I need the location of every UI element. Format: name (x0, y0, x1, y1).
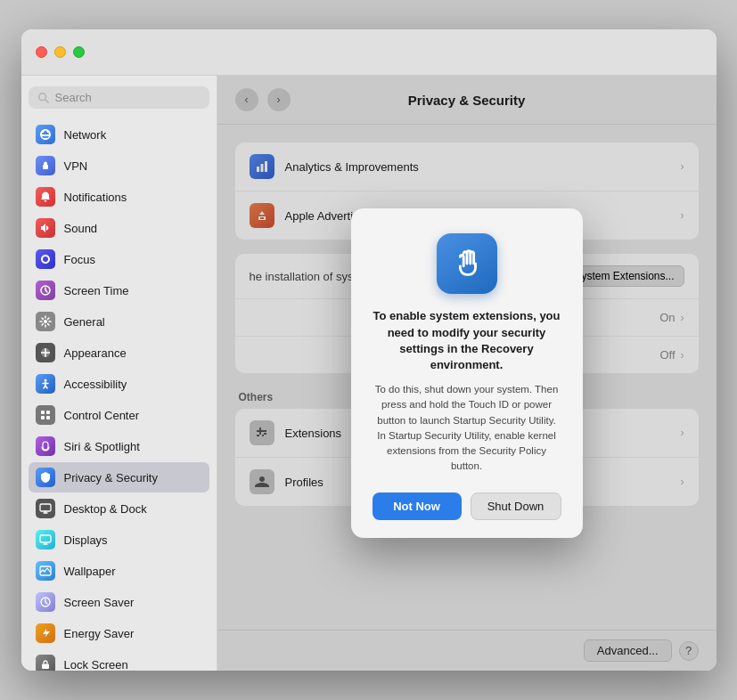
search-box[interactable]: Search (29, 86, 209, 109)
control-center-icon (36, 405, 55, 425)
notifications-icon (36, 187, 55, 207)
search-icon (37, 92, 50, 104)
energy-icon (36, 623, 55, 643)
sidebar-label-focus: Focus (64, 253, 95, 266)
svg-point-4 (44, 320, 47, 323)
lock-icon (36, 655, 55, 671)
sidebar-item-lock[interactable]: Lock Screen (29, 649, 209, 671)
sidebar-item-notifications[interactable]: Notifications (29, 182, 209, 212)
sidebar-item-screen-time[interactable]: Screen Time (29, 275, 209, 305)
sound-icon (36, 218, 55, 238)
sidebar-item-screensaver[interactable]: Screen Saver (29, 587, 209, 617)
accessibility-icon (36, 374, 55, 394)
sidebar-label-general: General (64, 315, 105, 329)
focus-icon (36, 249, 55, 269)
shut-down-button[interactable]: Shut Down (471, 492, 561, 520)
sidebar-label-energy: Energy Saver (64, 627, 135, 640)
close-button[interactable] (36, 46, 47, 58)
sidebar-label-lock: Lock Screen (64, 658, 128, 672)
sidebar-item-network[interactable]: Network (29, 119, 209, 150)
sidebar-item-siri[interactable]: Siri & Spotlight (29, 431, 209, 461)
sidebar: Search Network VPN Notifications (21, 76, 217, 671)
sidebar-item-general[interactable]: General (29, 306, 209, 337)
svg-rect-12 (40, 535, 51, 542)
sidebar-item-wallpaper[interactable]: Wallpaper (29, 556, 209, 586)
dialog-body: To do this, shut down your system. Then … (373, 382, 561, 475)
sidebar-item-energy[interactable]: Energy Saver (29, 618, 209, 648)
svg-line-1 (45, 99, 48, 102)
screensaver-icon (36, 592, 55, 612)
vpn-icon (36, 156, 55, 175)
sidebar-label-accessibility: Accessibility (64, 378, 127, 391)
screentime-icon (36, 281, 55, 300)
desktop-icon (36, 499, 55, 518)
sidebar-label-control-center: Control Center (64, 409, 140, 422)
not-now-button[interactable]: Not Now (373, 492, 462, 520)
sidebar-label-appearance: Appearance (64, 346, 127, 360)
sidebar-label-privacy: Privacy & Security (64, 471, 158, 484)
sidebar-label-displays: Displays (64, 533, 108, 547)
minimize-button[interactable] (54, 46, 66, 58)
sidebar-item-appearance[interactable]: Appearance (29, 338, 209, 368)
sidebar-item-sound[interactable]: Sound (29, 213, 209, 243)
dialog-title: To enable system extensions, you need to… (373, 308, 561, 373)
svg-point-6 (44, 379, 46, 382)
titlebar (21, 29, 717, 76)
dialog: To enable system extensions, you need to… (351, 208, 583, 537)
sidebar-label-siri: Siri & Spotlight (64, 440, 140, 453)
svg-rect-9 (41, 416, 45, 419)
sidebar-item-vpn[interactable]: VPN (29, 151, 209, 181)
dialog-buttons: Not Now Shut Down (373, 492, 561, 520)
sidebar-label-vpn: VPN (64, 159, 88, 173)
sidebar-item-focus[interactable]: Focus (29, 244, 209, 274)
sidebar-label-network: Network (64, 128, 107, 142)
main-content: ‹ › Privacy & Security Analytics & Impro… (217, 76, 717, 671)
sidebar-label-wallpaper: Wallpaper (64, 565, 116, 578)
svg-rect-8 (46, 411, 50, 414)
sidebar-item-desktop[interactable]: Desktop & Dock (29, 493, 209, 524)
dialog-icon (437, 233, 497, 294)
displays-icon (36, 530, 55, 549)
sidebar-label-notifications: Notifications (64, 191, 127, 204)
search-placeholder: Search (55, 91, 92, 104)
svg-rect-10 (46, 416, 50, 419)
appearance-icon (36, 343, 55, 362)
siri-icon (36, 436, 55, 456)
svg-rect-14 (42, 664, 49, 670)
sidebar-item-control-center[interactable]: Control Center (29, 400, 209, 430)
privacy-icon (36, 468, 55, 487)
traffic-lights (36, 46, 85, 58)
sidebar-item-accessibility[interactable]: Accessibility (29, 369, 209, 399)
sidebar-item-privacy[interactable]: Privacy & Security (29, 462, 209, 492)
svg-rect-11 (40, 504, 51, 511)
maximize-button[interactable] (73, 46, 85, 58)
svg-rect-7 (41, 411, 45, 414)
dialog-overlay: To enable system extensions, you need to… (217, 76, 717, 671)
sidebar-item-displays[interactable]: Displays (29, 525, 209, 555)
sidebar-label-screen-time: Screen Time (64, 284, 129, 297)
sidebar-label-desktop: Desktop & Dock (64, 502, 147, 516)
content-area: Search Network VPN Notifications (21, 76, 717, 671)
svg-rect-2 (43, 165, 48, 169)
main-window: Search Network VPN Notifications (21, 29, 717, 671)
sidebar-label-sound: Sound (64, 222, 98, 235)
hand-icon (449, 246, 485, 281)
general-icon (36, 312, 55, 331)
network-icon (36, 125, 55, 144)
wallpaper-icon (36, 561, 55, 581)
sidebar-label-screensaver: Screen Saver (64, 596, 135, 609)
